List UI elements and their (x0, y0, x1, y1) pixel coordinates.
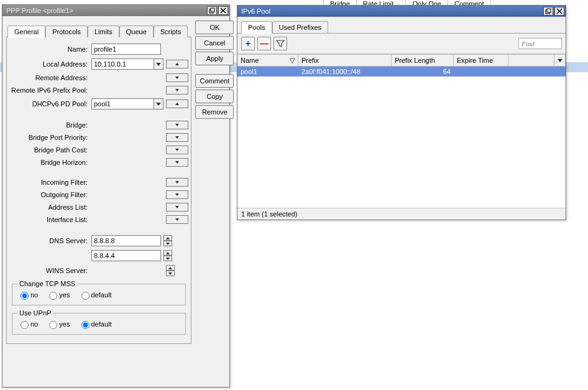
address-list-expand[interactable] (166, 203, 188, 211)
remote-address-expand[interactable] (166, 73, 188, 82)
add-button[interactable]: + (241, 37, 255, 50)
label-address-list: Address List: (9, 203, 91, 211)
label-bridge: Bridge: (9, 121, 91, 129)
tab-scripts[interactable]: Scripts (154, 26, 188, 37)
table-row[interactable]: pool1 2a0f:f041:1000::/48 64 (237, 67, 566, 77)
pool-list-header[interactable]: Name▽ Prefix Prefix Length Expire Time (237, 55, 566, 67)
comment-button[interactable]: Comment (195, 74, 234, 88)
use-upnp-legend: Use UPnP (17, 309, 53, 317)
remove-button[interactable]: Remove (195, 105, 234, 119)
bridge-port-priority-expand[interactable] (166, 133, 188, 142)
cell-prefix-length: 64 (392, 68, 454, 75)
local-address-collapse[interactable] (166, 60, 188, 68)
dns-server-2-stepper[interactable] (163, 250, 172, 261)
name-input[interactable] (91, 44, 161, 55)
toolbar: + — (237, 34, 566, 54)
tab-pools[interactable]: Pools (241, 21, 272, 34)
interface-list-expand[interactable] (166, 215, 188, 224)
cell-name: pool1 (237, 68, 298, 75)
status-text: 1 item (1 selected) (241, 210, 297, 218)
label-bridge-path-cost: Bridge Path Cost: (9, 146, 91, 154)
change-tcp-mss-legend: Change TCP MSS (17, 280, 77, 287)
label-outgoing-filter: Outgoing Filter: (9, 191, 91, 198)
restore-icon[interactable] (207, 6, 217, 15)
dns-server-2-input[interactable] (91, 250, 161, 261)
column-menu[interactable] (554, 55, 566, 66)
ppp-profile-window: PPP Profile <profile1> General Protocols… (2, 4, 230, 388)
bridge-path-cost-expand[interactable] (166, 146, 188, 154)
label-dhcpv6-pd-pool: DHCPv6 PD Pool: (9, 100, 91, 108)
label-bridge-port-priority: Bridge Port Priority: (9, 134, 91, 141)
label-local-address: Local Address: (9, 60, 91, 68)
pool-list: Name▽ Prefix Prefix Length Expire Time p… (237, 54, 566, 208)
dns-server-1-input[interactable] (91, 235, 161, 246)
tab-protocols[interactable]: Protocols (45, 26, 88, 37)
ppp-title: PPP Profile <profile1> (6, 7, 73, 14)
label-interface-list: Interface List: (9, 216, 91, 223)
label-bridge-horizon: Bridge Horizon: (9, 159, 91, 166)
dhcpv6-pd-pool-dropdown[interactable] (154, 98, 163, 109)
tab-limits[interactable]: Limits (88, 26, 119, 37)
copy-button[interactable]: Copy (195, 90, 234, 103)
upnp-yes-radio[interactable]: yes (46, 319, 70, 329)
label-name: Name: (9, 45, 91, 53)
column-prefix-length[interactable]: Prefix Length (392, 55, 454, 66)
dns-server-1-stepper[interactable] (163, 235, 172, 246)
change-tcp-mss-group: Change TCP MSS no yes default (12, 280, 186, 305)
upnp-no-radio[interactable]: no (17, 319, 38, 329)
incoming-filter-expand[interactable] (166, 178, 188, 187)
dhcpv6-pd-pool-input[interactable] (91, 98, 154, 109)
mss-no-radio[interactable]: no (17, 290, 38, 300)
ok-button[interactable]: OK (195, 21, 234, 34)
column-name[interactable]: Name▽ (237, 55, 298, 66)
label-incoming-filter: Incoming Filter: (9, 179, 91, 186)
column-spacer (508, 55, 554, 66)
label-dns-server: DNS Server: (9, 237, 91, 244)
remove-button[interactable]: — (257, 37, 271, 50)
close-icon[interactable] (554, 7, 564, 16)
restore-icon[interactable] (543, 7, 553, 16)
svg-rect-5 (547, 9, 551, 12)
wins-server-stepper[interactable] (166, 265, 175, 276)
use-upnp-group: Use UPnP no yes default (12, 309, 186, 335)
ipv6-pool-title: IPv6 Pool (241, 7, 270, 15)
find-input[interactable] (518, 38, 562, 49)
column-expire-time[interactable]: Expire Time (454, 55, 508, 66)
tab-used-prefixes[interactable]: Used Prefixes (272, 21, 328, 33)
mss-yes-radio[interactable]: yes (46, 290, 70, 300)
local-address-dropdown[interactable] (154, 58, 163, 70)
svg-rect-1 (211, 8, 214, 12)
tab-queue[interactable]: Queue (119, 26, 154, 37)
cell-prefix: 2a0f:f041:1000::/48 (298, 68, 392, 75)
ipv6-pool-titlebar[interactable]: IPv6 Pool (237, 6, 566, 17)
outgoing-filter-expand[interactable] (166, 190, 188, 199)
bridge-horizon-expand[interactable] (166, 158, 188, 167)
cancel-button[interactable]: Cancel (195, 36, 234, 50)
column-prefix[interactable]: Prefix (298, 55, 392, 66)
status-bar: 1 item (1 selected) (237, 208, 566, 220)
label-remote-address: Remote Address: (9, 74, 91, 81)
bridge-expand[interactable] (166, 121, 188, 129)
remote-ipv6-pool-expand[interactable] (166, 86, 188, 95)
label-wins-server: WINS Server: (9, 267, 91, 274)
mss-default-radio[interactable]: default (78, 290, 112, 300)
close-icon[interactable] (218, 6, 228, 15)
filter-button[interactable] (273, 37, 287, 50)
apply-button[interactable]: Apply (195, 52, 234, 65)
dhcpv6-pd-pool-collapse[interactable] (166, 100, 188, 108)
upnp-default-radio[interactable]: default (78, 319, 112, 329)
ppp-titlebar[interactable]: PPP Profile <profile1> (2, 5, 229, 16)
ipv6-pool-window: IPv6 Pool Pools Used Prefixes + — Name▽ … (237, 5, 566, 220)
local-address-input[interactable] (91, 58, 154, 70)
tab-general[interactable]: General (7, 26, 45, 38)
label-remote-ipv6-pool: Remote IPv6 Prefix Pool: (9, 86, 91, 94)
